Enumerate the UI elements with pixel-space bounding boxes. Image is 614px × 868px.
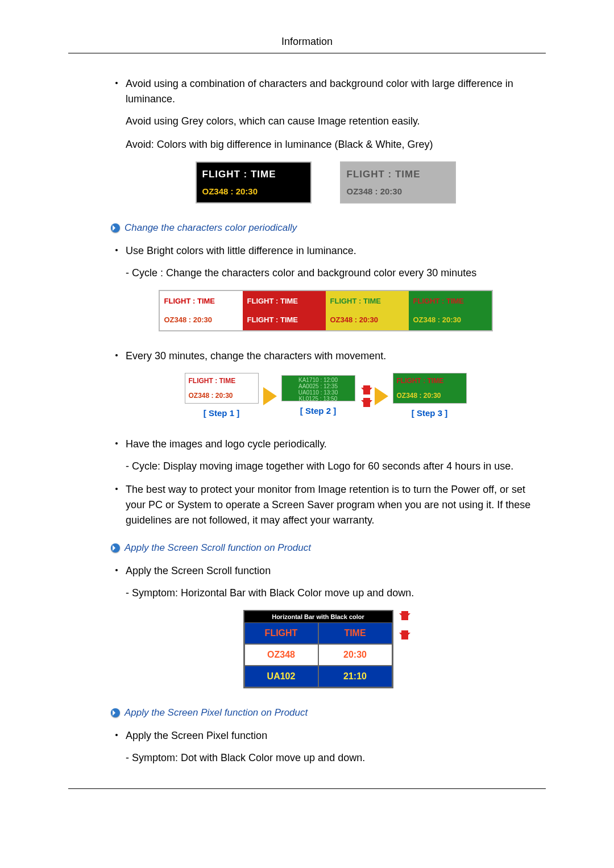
- page-title: Information: [68, 34, 546, 53]
- heading-color-change: Change the characters color periodically: [111, 221, 540, 235]
- arrow-right-icon: [263, 387, 277, 405]
- bullet-icon: [115, 442, 118, 445]
- bullet-icon: [115, 488, 118, 490]
- strip-yellow: FLIGHT : TIME OZ348 : 20:30: [326, 291, 409, 330]
- panel-grey-l2: OZ348 : 20:30: [347, 185, 449, 198]
- panel-dark-l1: FLIGHT : TIME: [202, 167, 305, 182]
- panel-grey: FLIGHT : TIME OZ348 : 20:30: [340, 161, 456, 203]
- content-body: Avoid using a combination of characters …: [111, 76, 540, 766]
- cell: FLIGHT: [244, 622, 318, 644]
- down-arrow-icon: [401, 611, 408, 620]
- strip-white: FLIGHT : TIME OZ348 : 20:30: [160, 291, 243, 330]
- l2: OZ348 : 20:30: [330, 314, 404, 326]
- l1: FLIGHT : TIME: [330, 296, 404, 307]
- bullet-icon: [115, 569, 118, 571]
- para-cycle-logo: - Cycle: Display moving image together w…: [126, 459, 540, 474]
- down-arrow-icon: [363, 398, 370, 407]
- heading-text: Change the characters color periodically: [125, 221, 297, 235]
- bullet-best-way: The best way to protect your monitor fro…: [111, 482, 540, 528]
- bullet-apply-scroll: Apply the Screen Scroll function: [111, 563, 540, 579]
- bullet-logo-cycle: Have the images and logo cycle periodica…: [111, 437, 540, 452]
- cell: 20:30: [318, 644, 392, 666]
- figure-hbar-table: Horizontal Bar with Black color FLIGHT T…: [111, 610, 540, 689]
- cell: 21:10: [318, 666, 392, 687]
- l1: FLIGHT : TIME: [164, 296, 238, 307]
- s1-l1: FLIGHT : TIME: [185, 373, 258, 388]
- text: Every 30 minutes, change the characters …: [126, 348, 540, 364]
- para-avoid-grey: Avoid using Grey colors, which can cause…: [126, 114, 540, 129]
- arrow-right-icon: [375, 387, 388, 405]
- footer-divider: [68, 788, 546, 789]
- cell: TIME: [318, 622, 392, 644]
- bullet-movement: Every 30 minutes, change the characters …: [111, 348, 540, 364]
- bullet-icon: [115, 734, 118, 736]
- table-caption: Horizontal Bar with Black color: [244, 611, 392, 623]
- text: Apply the Screen Pixel function: [126, 728, 540, 744]
- text: Apply the Screen Scroll function: [126, 563, 540, 579]
- heading-text: Apply the Screen Pixel function on Produ…: [125, 705, 308, 720]
- s2-blob: KA1710 : 12:00 AA0025 : 12:35 UA0110 : 1…: [282, 376, 355, 401]
- l2: FLIGHT : TIME: [247, 314, 321, 326]
- s3-l1: FLIGHT : TIME: [393, 373, 466, 388]
- bullet-bright-colors: Use Bright colors with little difference…: [111, 243, 540, 259]
- heading-screen-pixel: Apply the Screen Pixel function on Produ…: [111, 705, 540, 720]
- l1: FLIGHT : TIME: [413, 296, 487, 307]
- s3-l2: OZ348 : 20:30: [393, 388, 466, 403]
- bullet-icon: [115, 82, 118, 84]
- cell: UA102: [244, 666, 318, 687]
- l2: OZ348 : 20:30: [413, 314, 487, 326]
- strip-red: FLIGHT : TIME FLIGHT : TIME: [243, 291, 326, 330]
- panel-dark: FLIGHT : TIME OZ348 : 20:30: [196, 161, 312, 203]
- text: Have the images and logo cycle periodica…: [126, 437, 540, 452]
- step3: FLIGHT : TIME OZ348 : 20:30 [ Step 3 ]: [393, 373, 467, 420]
- text: Use Bright colors with little difference…: [126, 243, 540, 259]
- l2: OZ348 : 20:30: [164, 314, 238, 326]
- hbar-table: Horizontal Bar with Black color FLIGHT T…: [243, 610, 393, 689]
- figure-four-strip: FLIGHT : TIME OZ348 : 20:30 FLIGHT : TIM…: [111, 290, 540, 331]
- heading-text: Apply the Screen Scroll function on Prod…: [125, 541, 311, 555]
- panel-dark-l2: OZ348 : 20:30: [202, 185, 305, 198]
- heading-screen-scroll: Apply the Screen Scroll function on Prod…: [111, 541, 540, 555]
- s1-l2: OZ348 : 20:30: [185, 388, 258, 403]
- cell: OZ348: [244, 644, 318, 666]
- step1: FLIGHT : TIME OZ348 : 20:30 [ Step 1 ]: [185, 373, 259, 420]
- arrow-icon: [111, 708, 120, 717]
- s3-label: [ Step 3 ]: [393, 407, 467, 420]
- para-symptom-hbar: - Symptom: Horizontal Bar with Black Col…: [126, 585, 540, 601]
- s1-label: [ Step 1 ]: [185, 407, 259, 420]
- bullet-avoid-combo: Avoid using a combination of characters …: [111, 76, 540, 107]
- figure-panels: FLIGHT : TIME OZ348 : 20:30 FLIGHT : TIM…: [111, 161, 540, 203]
- bullet-icon: [115, 249, 118, 251]
- s2-label: [ Step 2 ]: [281, 405, 355, 418]
- text: The best way to protect your monitor fro…: [126, 482, 540, 528]
- down-arrow-icon: [363, 385, 370, 394]
- figure-steps: FLIGHT : TIME OZ348 : 20:30 [ Step 1 ] K…: [111, 373, 540, 420]
- arrow-icon: [111, 223, 120, 232]
- l1: FLIGHT : TIME: [247, 296, 321, 307]
- para-symptom-dot: - Symptom: Dot with Black Color move up …: [126, 750, 540, 766]
- strip-green: FLIGHT : TIME OZ348 : 20:30: [409, 291, 492, 330]
- arrow-icon: [111, 543, 120, 553]
- bullet-apply-pixel: Apply the Screen Pixel function: [111, 728, 540, 744]
- para-avoid-luminance: Avoid: Colors with big difference in lum…: [126, 137, 540, 152]
- panel-grey-l1: FLIGHT : TIME: [347, 167, 449, 182]
- para-cycle-30: - Cycle : Change the characters color an…: [126, 265, 540, 281]
- step2: KA1710 : 12:00 AA0025 : 12:35 UA0110 : 1…: [281, 375, 355, 418]
- bullet-icon: [115, 354, 118, 356]
- down-arrow-icon: [401, 630, 408, 639]
- text: Avoid using a combination of characters …: [126, 76, 540, 107]
